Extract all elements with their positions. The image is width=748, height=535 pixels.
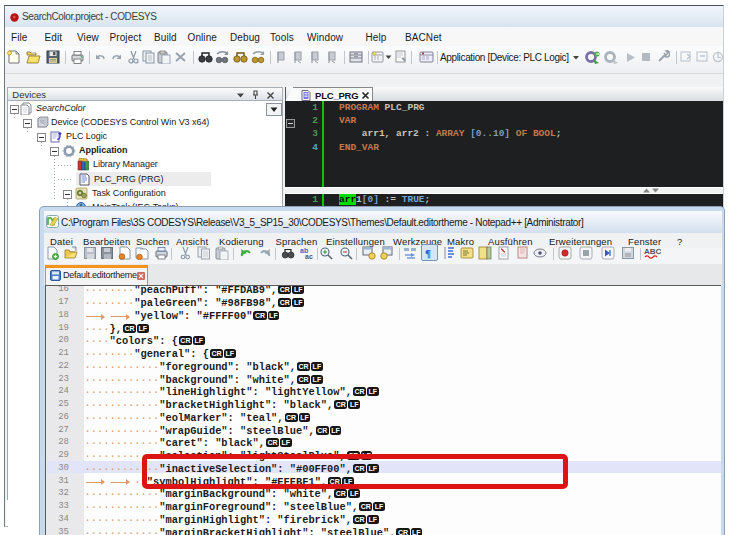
svg-text:¶: ¶: [425, 247, 431, 259]
svg-text:ac: ac: [305, 253, 313, 260]
svg-text:ABC: ABC: [644, 247, 662, 256]
